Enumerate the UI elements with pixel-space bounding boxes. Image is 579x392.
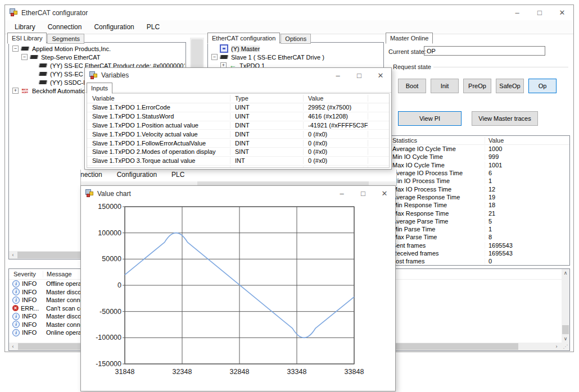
config-tab[interactable]: Options [281,34,311,44]
scroll-left-icon[interactable]: ‹ [9,343,17,350]
tab-inputs[interactable]: Inputs [87,83,112,94]
log-col-severity[interactable]: Severity [9,271,43,277]
state-button[interactable]: Op [528,79,557,93]
table-row[interactable]: Max Response Time 21 [388,209,569,217]
menu-item[interactable]: Configuration [110,171,164,179]
table-row[interactable]: Lost frames 0 [388,257,569,265]
table-row[interactable]: Slave 1.TxPDO 1.ErrorCode UINT 29952 (#x… [87,103,389,112]
stats-col-value[interactable]: Value [485,137,569,144]
table-row[interactable]: Slave 1.TxPDO 1.Position actual value DI… [87,121,389,130]
minimize-icon[interactable]: – [327,68,349,83]
table-row[interactable]: Slave 1.TxPDO 1.Velocity actual value DI… [87,130,389,139]
stat-label: Max IO Process Time [388,186,485,193]
config-tree: (Y) Master Slave 1 ( SS-EC EtherCAT Driv… [210,44,383,70]
stat-label: Average Response Time [388,194,485,200]
log-vscrollbar[interactable]: ∧ ∨ [562,269,569,343]
severity-icon [12,305,19,311]
table-row[interactable]: Min Parse Time 1 [388,225,569,233]
severity-icon [12,329,20,336]
esi-tab[interactable]: ESI Library [7,33,47,44]
var-col-variable[interactable]: Variable [87,95,230,102]
stat-value: 1 [485,226,569,233]
table-row[interactable]: Average Parse Time 5 [388,217,569,225]
state-button[interactable]: Boot [398,79,426,93]
stat-value: 5 [485,218,569,225]
minimize-icon[interactable]: – [506,5,528,20]
close-icon[interactable]: ✕ [374,186,395,201]
view-pi-button[interactable]: View PI [398,111,462,126]
scroll-right-icon[interactable]: › [553,343,560,350]
stat-label: Lost frames [388,258,485,265]
table-row[interactable]: Received frames 1695543 [388,249,569,257]
tree-expander-icon[interactable] [12,88,19,94]
tree-expander-icon[interactable] [12,45,19,52]
stat-label: Sent frames [388,242,485,249]
table-row[interactable]: Average IO Process Time 6 [388,169,569,177]
maximize-icon[interactable]: □ [352,186,374,201]
table-row[interactable]: Max IO Process Time 12 [388,185,569,193]
tree-expander-icon[interactable] [211,54,218,60]
table-row[interactable]: Average Response Time 19 [388,193,569,201]
var-name: Slave 1.TxPDO 4.Digital inputs [87,166,230,168]
table-row[interactable]: Min IO Cycle Time 999 [388,153,569,161]
state-button[interactable]: PreOp [463,79,491,93]
var-col-value[interactable]: Value [304,95,368,102]
menu-item[interactable]: PLC [141,20,166,34]
svg-text:32848: 32848 [230,368,250,376]
table-row[interactable]: Slave 1.TxPDO 4.Digital inputs UDINT 167… [87,166,389,168]
table-row[interactable]: Min IO Process Time 1 [388,177,569,185]
state-button[interactable]: SafeOp [496,79,524,93]
scroll-up-icon[interactable]: ∧ [562,269,569,277]
menu-item[interactable]: Configuration [88,20,140,34]
config-tab[interactable]: EtherCAT configuration [207,33,280,44]
table-row[interactable]: Max IO Cycle Time 1001 [388,161,569,169]
table-row[interactable]: Slave 1.TxPDO 1.StatusWord UINT 4616 (#x… [87,112,389,121]
tree-item-label: Slave 1 ( SS-EC EtherCAT Drive ) [231,54,324,61]
resize-grip-icon[interactable]: ⋰ [562,343,569,350]
table-row[interactable]: Sent frames 1695543 [388,241,569,249]
scroll-left-icon[interactable]: ‹ [9,251,17,259]
stat-label: Max IO Cycle Time [388,162,485,168]
var-value: 29952 (#x7500) [304,104,368,111]
stat-label: Max Response Time [388,210,485,217]
table-row[interactable]: Min Response Time 18 [388,201,569,209]
tree-item[interactable]: Slave 1 ( SS-EC EtherCAT Drive ) [210,53,383,61]
tree-item[interactable]: Step-Servo EtherCAT [11,53,185,61]
var-col-type[interactable]: Type [230,95,304,102]
table-row[interactable]: Max Parse Time 8 [388,233,569,241]
tree-node-icon [38,80,47,84]
tree-item[interactable]: (Y) Master [210,44,383,53]
maximize-icon[interactable]: □ [349,68,370,83]
stats-col-statistics[interactable]: Statistics [388,137,485,144]
maximize-icon[interactable]: □ [528,5,551,20]
esi-tab[interactable]: Segments [47,34,84,44]
scroll-thumb[interactable] [562,325,569,334]
menu-item[interactable]: Connection [42,20,88,34]
variables-window-title: Variables [101,71,129,79]
table-row[interactable]: Slave 1.TxPDO 1.FollowErrorActualValue D… [87,139,389,148]
menu-item[interactable]: PLC [164,171,192,179]
svg-text:150000: 150000 [98,203,121,211]
severity-text: INFO [22,289,37,295]
tree-node-icon [20,47,29,51]
state-button[interactable]: Init [431,79,459,93]
menu-item[interactable]: nection [80,171,110,179]
severity-icon [12,288,20,295]
tree-node-icon [220,44,228,53]
minimize-icon[interactable]: – [331,186,352,201]
scroll-down-icon[interactable]: ∨ [562,335,569,343]
menu-item[interactable]: Library [8,20,42,34]
table-row[interactable]: Average IO Cycle Time 1000 [388,145,569,153]
tab-master-online[interactable]: Master Online [386,33,433,44]
table-row[interactable]: Slave 1.TxPDO 3.Torque actual value INT … [87,157,389,166]
close-icon[interactable]: ✕ [551,5,573,20]
view-master-traces-button[interactable]: View Master traces [472,111,538,126]
stat-value: 21 [485,210,569,217]
tree-item-label: (Y) Master [231,45,260,52]
tree-item[interactable]: Applied Motion Products,Inc. [11,44,185,53]
tree-expander-icon[interactable] [21,54,28,60]
close-icon[interactable]: ✕ [370,68,391,83]
current-state-field[interactable]: OP [424,46,545,56]
table-row[interactable]: Slave 1.TxPDO 2.Modes of operation displ… [87,148,389,157]
var-type: SINT [230,148,304,155]
